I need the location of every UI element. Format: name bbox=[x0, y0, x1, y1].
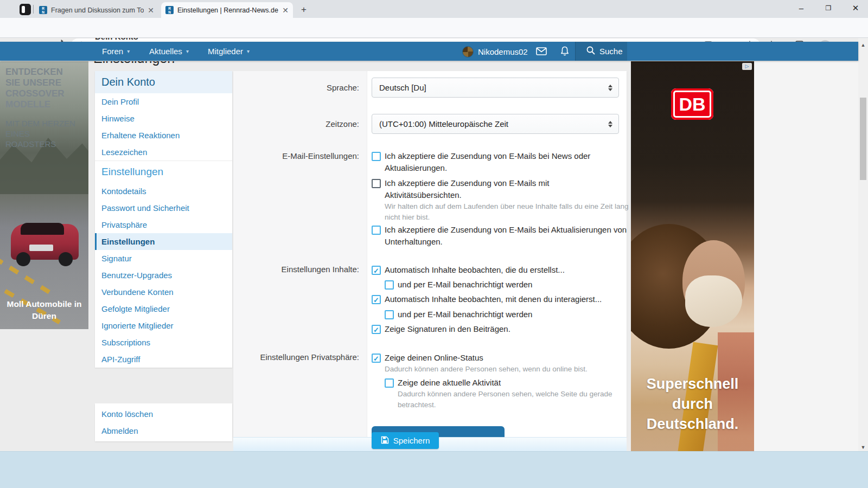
select-arrows-icon bbox=[608, 121, 612, 127]
sidebar-item-signatur[interactable]: Signatur bbox=[95, 250, 232, 267]
checkbox-checked[interactable] bbox=[372, 295, 381, 304]
sidebar-item-subscriptions[interactable]: Subscriptions bbox=[95, 334, 232, 351]
site-navbar: Foren▾ Aktuelles▾ Mitglieder▾ Nikodemus0… bbox=[0, 42, 858, 61]
breadcrumb: Dein Konto bbox=[95, 38, 160, 42]
checkbox-unchecked[interactable] bbox=[385, 378, 394, 388]
checkbox-show-current-activity[interactable]: Zeige deine aktuelle Aktivität bbox=[385, 377, 626, 389]
sidebar-item-benutzer-upgrades[interactable]: Benutzer-Upgrades bbox=[95, 267, 232, 284]
nav-item-mitglieder[interactable]: Mitglieder▾ bbox=[208, 42, 250, 61]
tab-separator bbox=[33, 5, 34, 14]
checkbox-email-activity-summary[interactable]: Ich akzeptiere die Zusendung von E-Mails… bbox=[372, 177, 569, 201]
timezone-select[interactable]: (UTC+01:00) Mitteleuropäische Zeit bbox=[372, 114, 619, 134]
checkbox-unchecked[interactable] bbox=[385, 280, 394, 290]
tab-actions-icon[interactable] bbox=[20, 4, 31, 15]
online-status-hint: Dadurch können andere Personen sehen, we… bbox=[385, 364, 634, 375]
screen: RN Fragen und Diskussion zum Tour ✕ RN E… bbox=[0, 0, 868, 488]
windows-taskbar: W X P 12:55 16.03.2022 bbox=[0, 451, 868, 488]
left-ad-banner[interactable]: ENTDECKEN SIE UNSERE CROSSOVER MODELLE M… bbox=[0, 61, 88, 329]
page-title: Einstellungen bbox=[93, 61, 234, 66]
select-arrows-icon bbox=[608, 85, 612, 91]
site-favicon: RN bbox=[165, 6, 174, 14]
checkbox-email-conversations[interactable]: Ich akzeptiere die Zusendung von E-Mails… bbox=[372, 224, 637, 248]
browser-address-bar: https://www.rennrad-news.de/forum/accoun… bbox=[0, 18, 868, 38]
checkbox-checked[interactable] bbox=[372, 325, 381, 334]
checkbox-checked[interactable] bbox=[372, 354, 381, 363]
window-minimize-button[interactable]: – bbox=[789, 0, 814, 17]
sidebar-item-abmelden[interactable]: Abmelden bbox=[95, 422, 232, 439]
sidebar-item-konto-loeschen[interactable]: Konto löschen bbox=[95, 406, 232, 422]
sidebar-header-dein-konto: Dein Konto bbox=[95, 71, 232, 93]
current-activity-hint: Dadurch können andere Personen sehen, we… bbox=[398, 389, 634, 410]
sidebar-item-lesezeichen[interactable]: Lesezeichen bbox=[95, 144, 232, 160]
left-ad-headline: ENTDECKEN SIE UNSERE CROSSOVER MODELLE bbox=[5, 67, 79, 110]
checkbox-unchecked[interactable] bbox=[372, 179, 381, 188]
sidebar-item-ignorierte-mitglieder[interactable]: Ignorierte Mitglieder bbox=[95, 317, 232, 334]
ad-car-wheel bbox=[16, 252, 30, 266]
language-select[interactable]: Deutsch [Du] bbox=[372, 78, 619, 98]
inbox-envelope-icon[interactable] bbox=[536, 47, 547, 57]
privacy-settings-label: Einstellungen Privatsphäre: bbox=[233, 352, 359, 362]
sidebar-section-einstellungen: Einstellungen bbox=[95, 160, 232, 183]
browser-tab-inactive[interactable]: RN Fragen und Diskussion zum Tour ✕ bbox=[35, 2, 158, 18]
account-actions-card: Konto löschen Abmelden bbox=[95, 403, 232, 441]
search-button[interactable]: Suche bbox=[575, 42, 627, 61]
checkbox-watch-created-content[interactable]: Automatisch Inhalte beobachten, die du e… bbox=[372, 264, 634, 276]
search-icon bbox=[586, 46, 595, 56]
new-tab-button[interactable]: + bbox=[297, 3, 310, 16]
close-tab-icon[interactable]: ✕ bbox=[282, 6, 289, 15]
sidebar-item-verbundene-konten[interactable]: Verbundene Konten bbox=[95, 284, 232, 300]
checkbox-show-signatures[interactable]: Zeige Signaturen in den Beiträgen. bbox=[372, 323, 612, 335]
tab-title: Fragen und Diskussion zum Tour bbox=[51, 7, 144, 14]
ad-face-mask bbox=[685, 275, 742, 327]
checkbox-unchecked[interactable] bbox=[372, 152, 381, 161]
alerts-bell-icon[interactable] bbox=[560, 46, 569, 59]
sidebar-item-api-zugriff[interactable]: API-Zugriff bbox=[95, 351, 232, 368]
db-logo: DB bbox=[671, 88, 713, 120]
sidebar-item-gefolgte-mitglieder[interactable]: Gefolgte Mitglieder bbox=[95, 300, 232, 317]
left-ad-subline: MIT DEM HERZEN EINES ROADSTERS bbox=[5, 118, 81, 149]
checkbox-checked[interactable] bbox=[372, 266, 381, 275]
sidebar-item-kontodetails[interactable]: Kontodetails bbox=[95, 183, 232, 200]
page-scrollbar[interactable]: ▲ ▼ bbox=[858, 38, 868, 451]
right-ad-banner[interactable]: DB ▷ Superschnell durch Deutschland. bbox=[631, 61, 754, 451]
ad-car-wheel bbox=[59, 252, 73, 266]
email-settings-label: E-Mail-Einstellungen: bbox=[233, 151, 359, 160]
nav-item-aktuelles[interactable]: Aktuelles▾ bbox=[149, 42, 189, 61]
save-button[interactable]: Speichern bbox=[372, 432, 439, 449]
scroll-down-icon[interactable]: ▼ bbox=[860, 445, 866, 450]
adchoices-icon[interactable]: ▷ bbox=[742, 63, 752, 70]
user-menu[interactable]: Nikodemus02 bbox=[462, 46, 528, 57]
sidebar-item-passwort-und-sicherheit[interactable]: Passwort und Sicherheit bbox=[95, 200, 232, 216]
window-maximize-button[interactable]: ❐ bbox=[816, 0, 841, 17]
scrollbar-thumb[interactable] bbox=[860, 98, 866, 180]
checkbox-email-news[interactable]: Ich akzeptiere die Zusendung von E-Mails… bbox=[372, 150, 607, 174]
email-activity-hint: Wir halten dich auf dem Laufenden über n… bbox=[385, 201, 629, 223]
timezone-value: (UTC+01:00) Mitteleuropäische Zeit bbox=[379, 119, 508, 129]
checkbox-unchecked[interactable] bbox=[372, 226, 381, 235]
checkbox-email-notify-interacted[interactable]: und per E-Mail benachrichtigt werden bbox=[385, 309, 626, 320]
content-settings-label: Einstellungen Inhalte: bbox=[233, 265, 359, 274]
nav-item-foren[interactable]: Foren▾ bbox=[102, 42, 130, 61]
save-floppy-icon bbox=[381, 436, 389, 446]
tab-title: Einstellungen | Rennrad-News.de bbox=[177, 7, 278, 14]
sidebar-item-dein-profil[interactable]: Dein Profil bbox=[95, 93, 232, 110]
checkbox-email-notify-created[interactable]: und per E-Mail benachrichtigt werden bbox=[385, 279, 626, 291]
sidebar-item-erhaltene-reaktionen[interactable]: Erhaltene Reaktionen bbox=[95, 127, 232, 144]
window-close-button[interactable]: ✕ bbox=[843, 0, 868, 17]
browser-tab-strip: RN Fragen und Diskussion zum Tour ✕ RN E… bbox=[0, 0, 868, 18]
close-tab-icon[interactable]: ✕ bbox=[148, 6, 154, 15]
sidebar-item-hinweise[interactable]: Hinweise bbox=[95, 110, 232, 127]
checkbox-unchecked[interactable] bbox=[385, 310, 394, 319]
chevron-down-icon: ▾ bbox=[186, 48, 189, 54]
sidebar-item-privatsphaere[interactable]: Privatsphäre bbox=[95, 216, 232, 233]
account-sidebar: Dein Konto Dein Profil Hinweise Erhalten… bbox=[95, 71, 232, 368]
checkbox-show-online-status[interactable]: Zeige deinen Online-Status bbox=[372, 352, 612, 364]
checkbox-watch-interacted-content[interactable]: Automatisch Inhalte beobachten, mit dene… bbox=[372, 293, 640, 305]
scroll-up-icon[interactable]: ▲ bbox=[860, 42, 866, 48]
chevron-down-icon: ▾ bbox=[247, 48, 250, 54]
browser-tab-active[interactable]: RN Einstellungen | Rennrad-News.de ✕ bbox=[161, 2, 293, 18]
username: Nikodemus02 bbox=[478, 47, 528, 56]
sidebar-item-einstellungen-selected[interactable]: Einstellungen bbox=[95, 233, 232, 250]
left-ad-footer-text: Moll Automobile in Düren bbox=[0, 298, 88, 322]
site-favicon: RN bbox=[39, 6, 47, 14]
